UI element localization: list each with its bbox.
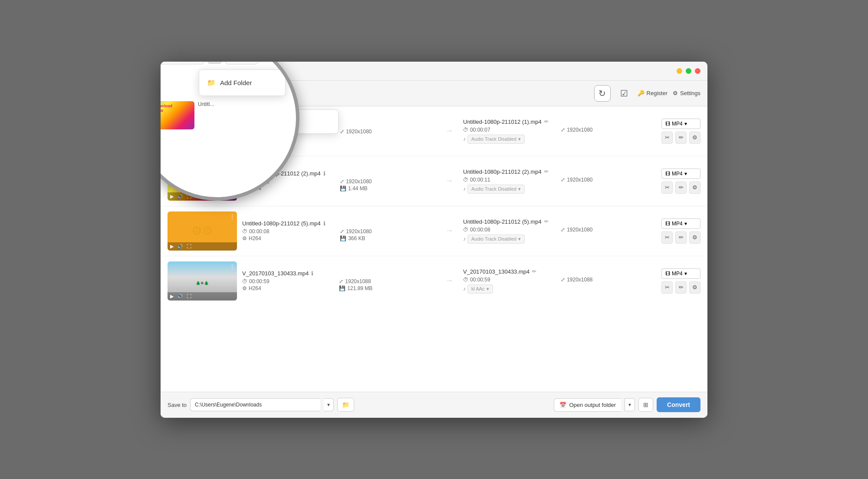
split-button[interactable]: ✂ bbox=[661, 182, 673, 194]
audio-track-select[interactable]: Audio Track Disabled ▾ bbox=[467, 235, 525, 244]
arrow-col: → bbox=[441, 126, 458, 135]
codec-row: ⚙ H264 bbox=[242, 235, 333, 241]
filter-button[interactable]: ⚙ bbox=[689, 281, 700, 294]
grid-view-button[interactable]: ⊞ bbox=[638, 398, 653, 412]
play-icon[interactable]: ▶ bbox=[170, 244, 174, 249]
fullscreen-icon[interactable]: ⛶ bbox=[187, 294, 191, 299]
film-icon: 🎞 bbox=[665, 171, 670, 176]
out-resolution-row: ⤢ 1920x1080 bbox=[561, 227, 656, 233]
duration-row: ⏱ 00:00:59 bbox=[242, 278, 332, 284]
edit-icon[interactable]: ✏ bbox=[544, 119, 549, 125]
out-resize-icon: ⤢ bbox=[561, 277, 565, 283]
split-button[interactable]: ✂ bbox=[661, 281, 673, 294]
path-dropdown-button[interactable]: ▾ bbox=[324, 398, 334, 411]
out-clock-icon: ⏱ bbox=[463, 227, 468, 233]
out-duration-row: ⏱ 00:00:11 bbox=[463, 177, 554, 183]
convert-button[interactable]: Convert bbox=[657, 397, 700, 412]
format-badge[interactable]: 🎞 MP4 ▾ bbox=[661, 119, 700, 129]
format-badge-arrow: ▾ bbox=[684, 121, 687, 127]
audio-track-select[interactable]: Audio Track Disabled ▾ bbox=[467, 135, 525, 144]
filter-button[interactable]: ⚙ bbox=[689, 182, 700, 194]
browse-folder-button[interactable]: 📁 bbox=[337, 398, 354, 412]
more-button[interactable]: ⋮ bbox=[229, 213, 235, 220]
play-icon[interactable]: ▶ bbox=[170, 294, 174, 299]
split-button[interactable]: ✂ bbox=[661, 231, 673, 244]
edit-icon[interactable]: ✏ bbox=[544, 218, 549, 225]
input-filename: Untitled-1080p-211012 (5).mp4 ℹ bbox=[242, 220, 435, 227]
more-button[interactable]: ⋮ bbox=[229, 113, 235, 120]
resolution-row: ⤢ 1920x1080 bbox=[340, 129, 435, 135]
out-clock-icon: ⏱ bbox=[463, 127, 468, 133]
table-row: ⚙⚙ ▶ 🔊 ⛶ ⋮ Untitled-1080p-211012 (5).mp4… bbox=[161, 206, 707, 256]
audio-track-select[interactable]: Audio Track Disabled ▾ bbox=[467, 185, 525, 194]
audio-track-select[interactable]: kl AAc ▾ bbox=[467, 284, 493, 294]
audio-select-arrow: ▾ bbox=[487, 286, 489, 292]
format-badge[interactable]: 🎞 MP4 ▾ bbox=[661, 268, 700, 279]
register-label: Register bbox=[647, 90, 667, 96]
out-resolution-row: ⤢ 1920x1080 bbox=[561, 177, 656, 183]
edit-button[interactable]: ✏ bbox=[675, 231, 687, 244]
app-window: orbits Video Converter 📄 Add Files ▾ MP3… bbox=[161, 62, 707, 418]
hdd-icon: 💾 bbox=[340, 185, 346, 192]
table-row: DownloadNOWing a link belo ▶ 🔊 ⛶ bbox=[161, 106, 707, 156]
play-icon[interactable]: ▶ bbox=[170, 144, 174, 149]
edit-icon[interactable]: ✏ bbox=[544, 168, 549, 175]
maximize-button[interactable] bbox=[686, 68, 691, 74]
hdd-icon: 💾 bbox=[339, 285, 345, 291]
info-icon[interactable]: ℹ bbox=[311, 270, 313, 277]
edit-button[interactable]: ✏ bbox=[675, 182, 687, 194]
format-col: 🎞 MP4 ▾ ✂ ✏ ⚙ bbox=[661, 168, 700, 194]
resize-icon: ⤢ bbox=[339, 278, 343, 284]
format-badge-arrow: ▾ bbox=[684, 221, 687, 227]
arrow-icon: → bbox=[445, 276, 453, 285]
filter-button[interactable]: ⚙ bbox=[689, 132, 700, 144]
play-icon[interactable]: ▶ bbox=[170, 194, 174, 199]
open-output-folder-button[interactable]: 📅 Open output folder bbox=[554, 398, 621, 412]
film-icon: 🎞 bbox=[665, 271, 670, 276]
edit-button[interactable]: ✏ bbox=[675, 132, 687, 144]
format-col: 🎞 MP4 ▾ ✂ ✏ ⚙ bbox=[661, 119, 700, 144]
input-file-info: Untitled-1080p-211012 (2).mp4 ℹ ⏱ 00:00:… bbox=[242, 170, 435, 192]
settings-button[interactable]: ⚙ Settings bbox=[673, 90, 700, 96]
add-folder-item[interactable]: 📁 Add Folder bbox=[252, 113, 338, 130]
more-button[interactable]: ⋮ bbox=[229, 263, 235, 270]
volume-icon[interactable]: 🔊 bbox=[177, 144, 183, 149]
add-dropdown-button[interactable]: ▾ bbox=[217, 87, 230, 100]
dropdown-arrow-icon: ▾ bbox=[222, 90, 225, 96]
format-badge[interactable]: 🎞 MP4 ▾ bbox=[661, 218, 700, 229]
add-files-icon: 📄 bbox=[174, 90, 181, 97]
split-button[interactable]: ✂ bbox=[661, 132, 673, 144]
refresh-button[interactable]: ↻ bbox=[594, 85, 611, 102]
edit-button[interactable]: ✏ bbox=[675, 281, 687, 294]
info-icon[interactable]: ℹ bbox=[323, 220, 326, 227]
volume-icon[interactable]: 🔊 bbox=[177, 294, 183, 299]
thumb-controls: ▶ 🔊 ⛶ bbox=[168, 292, 237, 301]
filter-button[interactable]: ⚙ bbox=[689, 231, 700, 244]
save-path-input[interactable] bbox=[190, 398, 320, 411]
format-badge-arrow: ▾ bbox=[684, 171, 687, 177]
format-badge[interactable]: 🎞 MP4 ▾ bbox=[661, 168, 700, 179]
calendar-icon: 📅 bbox=[559, 402, 566, 408]
register-button[interactable]: 🔑 Register bbox=[638, 90, 667, 96]
format-select-button[interactable]: MP3 ▾ bbox=[233, 86, 263, 100]
checkmark-button[interactable]: ☑ bbox=[616, 85, 632, 102]
clock-icon: ⏱ bbox=[242, 278, 247, 284]
info-icon[interactable]: ℹ bbox=[323, 170, 326, 177]
minimize-button[interactable] bbox=[677, 68, 682, 74]
duration-row: ⏱ 00:00:08 bbox=[242, 228, 333, 235]
output-meta: ⏱ 00:00:11 ⤢ 1920x1080 ♪ Audio Track Dis… bbox=[463, 177, 656, 194]
audio-note-icon: ♪ bbox=[463, 286, 466, 292]
winter-text: 🌲❄🌲 bbox=[196, 277, 209, 285]
edit-icon[interactable]: ✏ bbox=[532, 268, 536, 274]
more-button[interactable]: ⋮ bbox=[229, 163, 235, 170]
add-files-button[interactable]: 📄 Add Files bbox=[168, 86, 214, 100]
film-icon: 🎞 bbox=[665, 221, 670, 226]
volume-icon[interactable]: 🔊 bbox=[177, 194, 183, 199]
volume-icon[interactable]: 🔊 bbox=[177, 244, 183, 249]
fullscreen-icon[interactable]: ⛶ bbox=[187, 244, 191, 249]
output-folder-dropdown-button[interactable]: ▾ bbox=[625, 398, 635, 411]
fullscreen-icon[interactable]: ⛶ bbox=[187, 194, 191, 199]
close-button[interactable] bbox=[695, 68, 700, 74]
thumb-controls: ▶ 🔊 ⛶ bbox=[168, 242, 237, 251]
fullscreen-icon[interactable]: ⛶ bbox=[187, 144, 191, 149]
